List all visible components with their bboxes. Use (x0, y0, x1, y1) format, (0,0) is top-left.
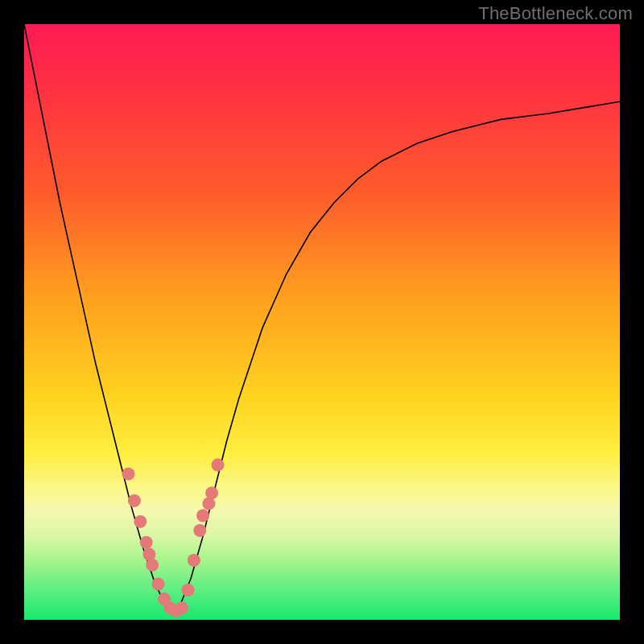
data-marker (146, 559, 159, 572)
data-marker (175, 601, 188, 614)
watermark-text: TheBottleneck.com (478, 3, 633, 24)
data-marker (128, 494, 141, 507)
data-marker (196, 510, 209, 522)
chart-frame: TheBottleneck.com (0, 0, 644, 644)
data-marker (188, 554, 200, 567)
chart-svg (24, 24, 620, 620)
data-marker (140, 536, 153, 549)
data-marker (193, 524, 206, 537)
bottleneck-curve (24, 24, 620, 614)
data-marker (205, 486, 218, 499)
data-markers (122, 459, 225, 617)
data-marker (122, 468, 135, 481)
data-marker (152, 578, 165, 591)
data-marker (182, 584, 195, 597)
data-marker (134, 515, 147, 528)
plot-area (24, 24, 620, 620)
data-marker (212, 459, 225, 472)
